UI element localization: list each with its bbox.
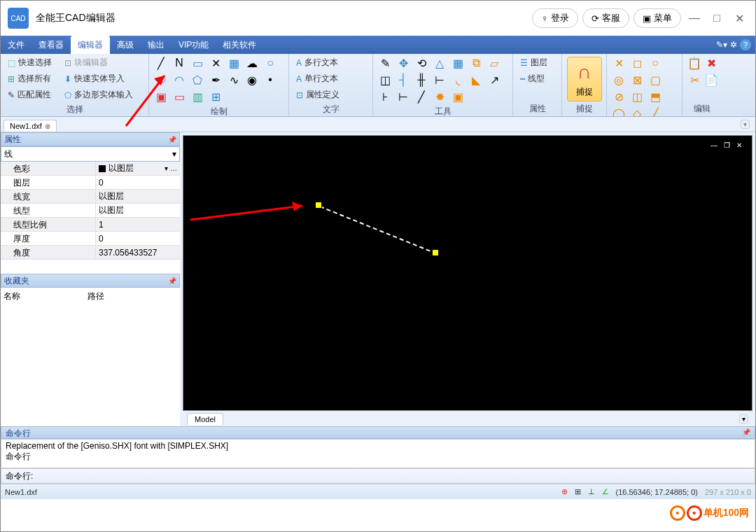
line-handle-start[interactable]: [315, 202, 322, 209]
snap-qua-icon[interactable]: ⊠: [629, 72, 645, 88]
tool-dim-icon[interactable]: ⊦: [377, 89, 393, 104]
close-button[interactable]: ✕: [730, 9, 748, 27]
menu-editor[interactable]: 编辑器: [71, 36, 110, 54]
snap-cen-icon[interactable]: ○: [648, 55, 663, 71]
ink-tool-icon[interactable]: ✒: [208, 72, 223, 88]
model-tab[interactable]: Model: [187, 413, 223, 425]
snap-int-icon[interactable]: ▢: [648, 72, 663, 88]
snap-button[interactable]: ∩ 捕捉: [567, 57, 602, 102]
quick-entity-import-button[interactable]: ⬇快速实体导入: [62, 71, 136, 86]
help-icon[interactable]: ?: [740, 39, 751, 50]
tool-edit-icon[interactable]: ✎: [377, 55, 393, 71]
paste-icon[interactable]: 📄: [704, 72, 719, 88]
tool-align-icon[interactable]: ⊢: [396, 89, 411, 104]
tool-extend-icon[interactable]: ╫: [414, 72, 429, 88]
snap-ext-icon[interactable]: ⊘: [611, 89, 626, 104]
canvas-restore-icon[interactable]: ❐: [721, 140, 732, 150]
drawing-canvas[interactable]: — ❐ ✕: [183, 135, 752, 411]
pin-icon[interactable]: 📌: [168, 277, 176, 285]
snap-ins-icon[interactable]: ◫: [629, 89, 645, 104]
rect-tool-icon[interactable]: ▭: [190, 55, 205, 71]
tool-break-icon[interactable]: ⊢: [432, 72, 447, 88]
cut-icon[interactable]: ✂: [687, 72, 702, 88]
select-all-button[interactable]: ⊞选择所有: [5, 71, 55, 86]
snap-nod-icon[interactable]: ◎: [611, 72, 626, 88]
pin-icon[interactable]: 📌: [168, 136, 176, 144]
model-tab-dropdown[interactable]: ▾: [739, 414, 748, 424]
ellipse-tool-icon[interactable]: ⬭: [153, 72, 169, 88]
table-tool-icon[interactable]: ⊞: [208, 89, 223, 104]
selected-line-entity[interactable]: [320, 206, 438, 254]
tool-leader-icon[interactable]: ↗: [486, 72, 502, 88]
tool-scale-icon[interactable]: ◫: [377, 72, 393, 88]
xline-tool-icon[interactable]: ✕: [208, 55, 223, 71]
delete-icon[interactable]: ✖: [704, 55, 719, 71]
command-input[interactable]: 命令行:: [1, 468, 755, 484]
tab-dropdown-icon[interactable]: ▾: [741, 120, 750, 129]
tool-array-icon[interactable]: ▦: [450, 55, 465, 71]
prop-row-ltscale[interactable]: 线型比例1: [1, 218, 180, 232]
file-tab[interactable]: New1.dxf⊗: [4, 120, 57, 132]
snap-end-icon[interactable]: ✕: [611, 55, 626, 71]
maximize-button[interactable]: □: [708, 9, 726, 27]
match-prop-button[interactable]: ✎匹配属性: [5, 88, 55, 102]
revcloud-tool-icon[interactable]: ☁: [244, 55, 260, 71]
prop-row-color[interactable]: 色彩以图层▾ …: [1, 162, 180, 176]
snap-per-icon[interactable]: ⬒: [648, 89, 663, 104]
tool-trim-icon[interactable]: ┤: [396, 72, 411, 88]
prop-row-layer[interactable]: 图层0: [1, 176, 180, 190]
pencil-icon[interactable]: ✎▾: [716, 40, 727, 50]
hatch-tool-icon[interactable]: ▦: [226, 55, 241, 71]
ring-tool-icon[interactable]: ◉: [244, 72, 260, 88]
line-tool-icon[interactable]: ╱: [153, 55, 169, 71]
block-tool-icon[interactable]: ▣: [153, 89, 169, 104]
line-handle-end[interactable]: [432, 249, 439, 256]
prop-row-lineweight[interactable]: 线宽以图层: [1, 190, 180, 204]
tool-rotate-icon[interactable]: ⟲: [414, 55, 429, 71]
menu-file[interactable]: 文件: [1, 36, 31, 54]
tool-stretch-icon[interactable]: ▱: [486, 55, 502, 71]
minimize-button[interactable]: —: [685, 9, 704, 27]
prop-row-angle[interactable]: 角度337.056433527: [1, 246, 180, 260]
tool-fillet-icon[interactable]: ◟: [450, 72, 465, 88]
tool-offset-icon[interactable]: ╱: [414, 89, 429, 104]
poly-tool-icon[interactable]: N: [172, 55, 187, 71]
login-button[interactable]: ♀登录: [532, 8, 578, 28]
insert-tool-icon[interactable]: ▥: [190, 89, 205, 104]
pin-icon[interactable]: 📌: [742, 428, 750, 436]
circle-tool-icon[interactable]: ○: [262, 55, 278, 71]
object-type-select[interactable]: 线▾: [1, 146, 180, 162]
tool-mirror-icon[interactable]: △: [432, 55, 447, 71]
canvas-close-icon[interactable]: ✕: [734, 140, 745, 150]
close-tab-icon[interactable]: ⊗: [45, 122, 50, 130]
status-polar-icon[interactable]: ∠: [602, 487, 609, 496]
attrdef-button[interactable]: ⊡属性定义: [293, 88, 342, 102]
linetype-button[interactable]: ┅线型: [517, 71, 550, 86]
support-button[interactable]: ⟳客服: [582, 8, 629, 28]
status-locate-icon[interactable]: ⊕: [561, 487, 568, 496]
tool-chamfer-icon[interactable]: ◣: [468, 72, 484, 88]
tool-move-icon[interactable]: ✥: [396, 55, 411, 71]
status-grid-icon[interactable]: ⊞: [575, 487, 581, 496]
polygon-tool-icon[interactable]: ⬠: [190, 72, 205, 88]
tool-purge-icon[interactable]: ▣: [450, 89, 465, 104]
menu-output[interactable]: 输出: [141, 36, 172, 54]
arc-tool-icon[interactable]: ◠: [172, 72, 187, 88]
canvas-minimize-icon[interactable]: —: [708, 140, 720, 150]
layer-button[interactable]: ☰图层: [517, 55, 550, 70]
status-ortho-icon[interactable]: ⊥: [588, 487, 595, 496]
menu-viewer[interactable]: 查看器: [31, 36, 71, 54]
stext-button[interactable]: A单行文本: [293, 71, 342, 86]
menu-vip[interactable]: VIP功能: [172, 36, 216, 54]
polygon-entity-input-button[interactable]: ⬠多边形实体输入: [62, 88, 136, 102]
snap-mid-icon[interactable]: ◻: [629, 55, 645, 71]
prop-row-linetype[interactable]: 线型以图层: [1, 204, 180, 218]
menu-advanced[interactable]: 高级: [110, 36, 141, 54]
copy-icon[interactable]: 📋: [687, 55, 702, 71]
spline-tool-icon[interactable]: ∿: [226, 72, 241, 88]
prop-row-thickness[interactable]: 厚度0: [1, 232, 180, 246]
tool-explode-icon[interactable]: ✸: [432, 89, 447, 104]
menu-button[interactable]: ▣菜单: [634, 8, 681, 28]
menu-related[interactable]: 相关软件: [216, 36, 263, 54]
settings-icon[interactable]: ✲: [730, 40, 737, 50]
